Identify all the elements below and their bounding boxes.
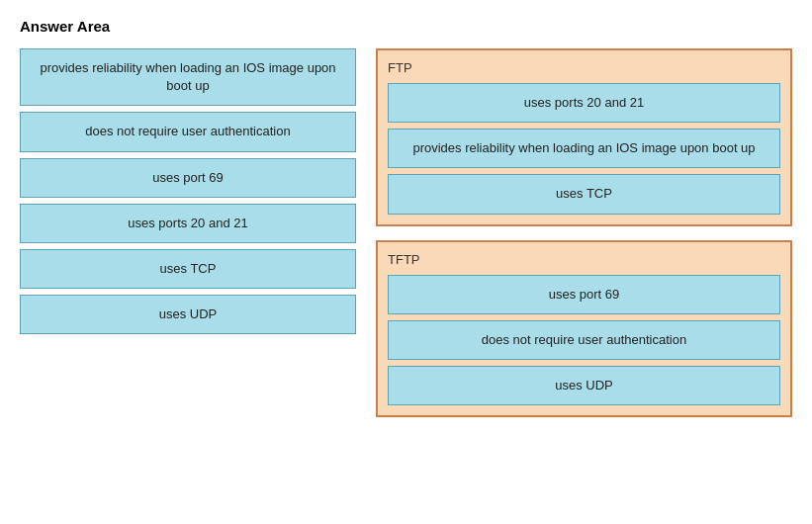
drop-zone-tftp-zone: TFTPuses port 69does not require user au… [376, 240, 792, 418]
answer-card-card-ports2021[interactable]: uses ports 20 and 21 [20, 204, 356, 243]
drop-card-tftp-card-1[interactable]: uses port 69 [388, 275, 780, 314]
drop-card-tftp-card-3[interactable]: uses UDP [388, 366, 780, 405]
drop-zone-label-tftp-zone: TFTP [388, 252, 780, 267]
left-column: provides reliability when loading an IOS… [20, 48, 356, 334]
drop-zone-label-ftp-zone: FTP [388, 60, 780, 75]
drop-card-ftp-card-1[interactable]: uses ports 20 and 21 [388, 83, 780, 123]
answer-card-card-port69[interactable]: uses port 69 [20, 158, 356, 198]
drop-card-tftp-card-2[interactable]: does not require user authentication [388, 320, 780, 360]
answer-card-card-no-auth[interactable]: does not require user authentication [20, 112, 356, 151]
right-column: FTPuses ports 20 and 21provides reliabil… [376, 48, 792, 417]
drop-card-ftp-card-2[interactable]: provides reliability when loading an IOS… [388, 129, 780, 168]
answer-card-card-udp[interactable]: uses UDP [20, 295, 356, 334]
page-title: Answer Area [20, 18, 792, 35]
answer-card-card-reliability[interactable]: provides reliability when loading an IOS… [20, 48, 356, 106]
drop-card-ftp-card-3[interactable]: uses TCP [388, 174, 780, 214]
answer-card-card-tcp[interactable]: uses TCP [20, 249, 356, 289]
drop-zone-ftp-zone: FTPuses ports 20 and 21provides reliabil… [376, 48, 792, 226]
